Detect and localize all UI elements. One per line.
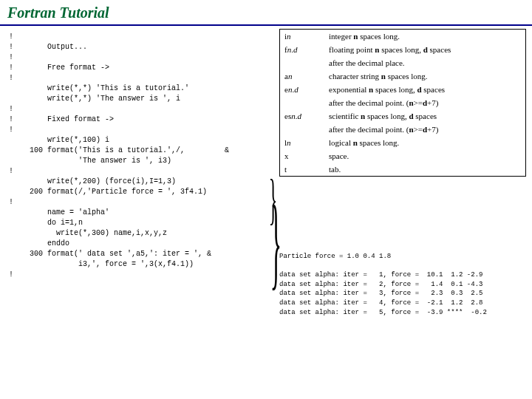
code-line: !Output... bbox=[9, 42, 275, 52]
format-desc: tab. bbox=[329, 165, 521, 174]
format-spec: t bbox=[284, 165, 329, 174]
code-line: ! bbox=[9, 197, 275, 208]
page-title: Fortran Tutorial bbox=[7, 4, 109, 21]
format-spec: en.d bbox=[284, 85, 329, 94]
format-desc: scientific n spaces long, d spaces bbox=[329, 112, 521, 120]
format-row: ininteger n spaces long. bbox=[280, 30, 525, 43]
format-spec: esn.d bbox=[284, 112, 329, 120]
format-row: lnlogical n spaces long. bbox=[280, 136, 525, 149]
code-line: do i=1,n bbox=[9, 218, 275, 228]
content-area: !!Output...!!Free format ->!write(*,*) '… bbox=[0, 26, 532, 395]
format-row: after the decimal point. (n>=d+7) bbox=[280, 123, 525, 136]
code-line: 200format(/,'Particle force = ', 3f4.1) bbox=[9, 187, 275, 197]
code-line: write(*,*) 'The answer is ', i bbox=[9, 94, 275, 104]
format-desc: character string n spaces long. bbox=[329, 72, 521, 81]
format-desc: after the decimal point. (n>=d+7) bbox=[329, 98, 521, 107]
format-spec: x bbox=[284, 151, 329, 160]
code-line: ! bbox=[9, 125, 275, 135]
format-row: after the decimal place. bbox=[280, 56, 525, 69]
format-desc: floating point n spaces long, d spaces bbox=[329, 45, 521, 54]
format-spec: ln bbox=[284, 138, 329, 147]
code-line: ! bbox=[9, 166, 275, 177]
format-row: after the decimal point. (n>=d+7) bbox=[280, 96, 525, 109]
format-spec bbox=[284, 58, 329, 67]
code-line: write(*,*) 'This is a tutorial.' bbox=[9, 83, 275, 94]
format-spec: in bbox=[284, 32, 329, 41]
format-desc: exponential n spaces long, d spaces bbox=[329, 85, 521, 94]
format-row: ttab. bbox=[280, 163, 525, 176]
code-line: 'The answer is ', i3) bbox=[9, 156, 275, 166]
format-desc: integer n spaces long. bbox=[329, 32, 521, 41]
format-desc: after the decimal place. bbox=[329, 58, 521, 67]
format-spec bbox=[284, 98, 329, 107]
page-header: Fortran Tutorial bbox=[0, 0, 532, 26]
code-line: ! bbox=[9, 104, 275, 115]
code-line: write(*,200) (force(i),I=1,3) bbox=[9, 177, 275, 187]
code-line: ! bbox=[9, 270, 275, 280]
format-spec: fn.d bbox=[284, 45, 329, 54]
format-row: en.dexponential n spaces long, d spaces bbox=[280, 83, 525, 96]
format-row: fn.dfloating point n spaces long, d spac… bbox=[280, 43, 525, 56]
format-desc: space. bbox=[329, 151, 521, 160]
format-row: ancharacter string n spaces long. bbox=[280, 69, 525, 83]
code-line: ! bbox=[9, 52, 275, 63]
code-line: ! bbox=[9, 32, 275, 42]
code-line: !Fixed format -> bbox=[9, 115, 275, 125]
code-line: 100format('This is a tutorial.',/, & bbox=[9, 146, 275, 156]
code-line: name = 'alpha' bbox=[9, 208, 275, 218]
fortran-code-block: !!Output...!!Free format ->!write(*,*) '… bbox=[9, 32, 275, 280]
format-specifier-table: ininteger n spaces long.fn.dfloating poi… bbox=[279, 29, 526, 177]
format-row: xspace. bbox=[280, 149, 525, 163]
code-line: 300format(' data set ',a5,': iter = ', & bbox=[9, 249, 275, 259]
format-spec bbox=[284, 125, 329, 134]
code-line: enddo bbox=[9, 239, 275, 249]
code-line: i3,', force = ',3(x,f4.1)) bbox=[9, 259, 275, 270]
code-line: write(*,100) i bbox=[9, 135, 275, 146]
code-line: ! bbox=[9, 73, 275, 83]
code-line: write(*,300) name,i,x,y,z bbox=[9, 228, 275, 239]
format-spec: an bbox=[284, 72, 329, 81]
format-desc: after the decimal point. (n>=d+7) bbox=[329, 125, 521, 134]
code-line: !Free format -> bbox=[9, 63, 275, 73]
format-row: esn.dscientific n spaces long, d spaces bbox=[280, 109, 525, 123]
brace-icon: } bbox=[270, 183, 282, 303]
program-output-block: Particle force = 1.0 0.4 1.8 data set al… bbox=[279, 252, 487, 317]
format-desc: logical n spaces long. bbox=[329, 138, 521, 147]
